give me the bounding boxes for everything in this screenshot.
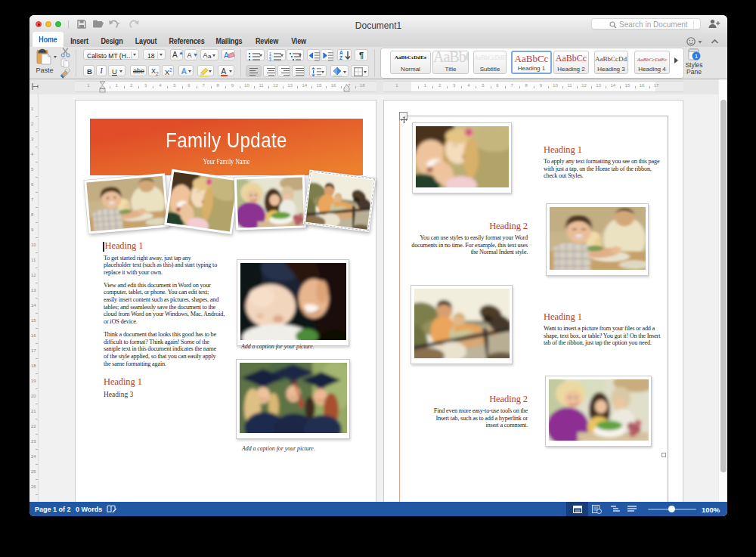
svg-text:1: 1: [695, 53, 699, 60]
